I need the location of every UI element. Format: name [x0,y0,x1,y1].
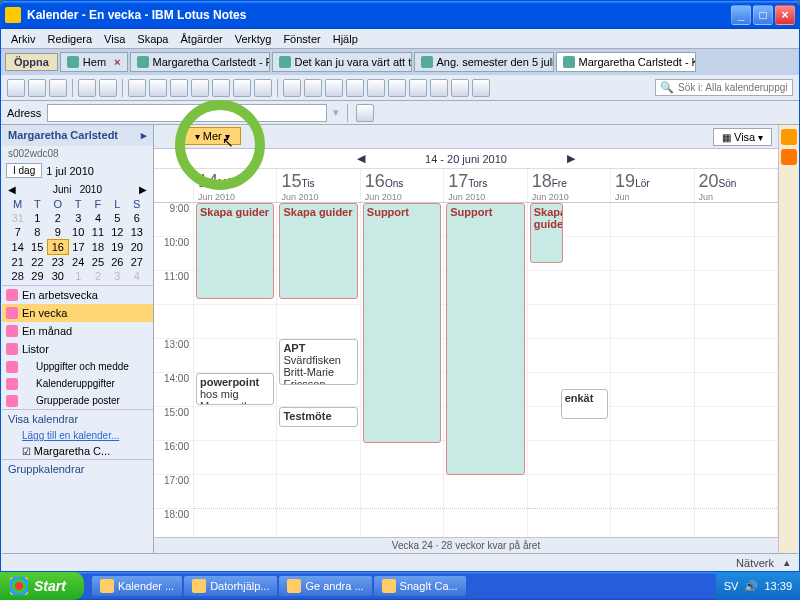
day-header[interactable]: 20SönJun [695,169,778,202]
sidebar-icon[interactable] [781,129,797,145]
day-fri[interactable]: Skapa guider enkät [528,203,611,543]
sidebar-item-calentry[interactable]: Kalenderuppgifter [2,375,153,392]
system-tray[interactable]: SV 🔊 13:39 [716,572,800,600]
add-calendar-link[interactable]: Lägg till en kalender... [2,428,153,443]
day-header[interactable]: 18FreJun 2010 [528,169,611,202]
close-button[interactable]: × [775,5,795,25]
event[interactable]: Support [363,203,441,443]
sidebar-item-workweek[interactable]: En arbetsvecka [2,286,153,304]
toolbar-button[interactable] [7,79,25,97]
prev-month-icon[interactable]: ◀ [8,184,16,195]
event[interactable]: enkät [561,389,608,419]
event[interactable]: Testmöte [279,407,357,427]
toolbar-button[interactable] [78,79,96,97]
day-sun[interactable] [695,203,778,543]
tray-icon[interactable]: 🔊 [744,580,758,593]
prev-week-icon[interactable]: ◀ [357,152,365,165]
day-wed[interactable]: Support [361,203,444,543]
maximize-button[interactable]: □ [753,5,773,25]
today-button[interactable]: I dag [6,163,42,178]
event[interactable]: Skapa guider [530,203,563,263]
rss-icon[interactable] [781,149,797,165]
mini-calendar-grid[interactable]: MTOTFLS 31123456 78910111213 14151617181… [8,197,147,283]
event[interactable]: APTSvärdfisken Britt-Marie Ericsson [279,339,357,385]
clock[interactable]: 13:39 [764,580,792,592]
search-box[interactable]: 🔍 [655,79,793,96]
toolbar-button[interactable] [430,79,448,97]
minimize-button[interactable]: _ [731,5,751,25]
tab-calendar[interactable]: Margaretha Carlstedt - Ka...× [556,52,696,72]
day-header[interactable]: 17TorsJun 2010 [444,169,527,202]
menu-arkiv[interactable]: Arkiv [5,31,41,47]
search-input[interactable] [678,82,788,93]
start-button[interactable]: Start [0,572,84,600]
taskbar-item[interactable]: Ge andra ... [279,576,371,596]
toolbar-button[interactable] [49,79,67,97]
visa-button[interactable]: ▦ Visa ▾ [713,128,772,146]
open-button[interactable]: Öppna [5,53,58,71]
day-header[interactable]: 16OnsJun 2010 [361,169,444,202]
next-week-icon[interactable]: ▶ [567,152,575,165]
day-mon[interactable]: Skapa guider powerpointhos mig Margareth [194,203,277,543]
day-header[interactable]: 19LörJun [611,169,694,202]
event[interactable]: Skapa guider [279,203,357,299]
mer-button[interactable]: ▾ Mer ▾ [184,127,241,145]
toolbar-button[interactable] [451,79,469,97]
toolbar-button[interactable] [304,79,322,97]
event[interactable]: Support [446,203,524,475]
taskbar-item[interactable]: Kalender ... [92,576,182,596]
taskbar-item[interactable]: Datorhjälp... [184,576,277,596]
event[interactable]: powerpointhos mig Margareth [196,373,274,405]
toolbar-button[interactable] [367,79,385,97]
toolbar-button[interactable] [472,79,490,97]
close-icon[interactable]: × [114,56,120,68]
day-tue[interactable]: Skapa guider APTSvärdfisken Britt-Marie … [277,203,360,543]
tab-hem[interactable]: Hem× [60,52,128,72]
toolbar-button[interactable] [170,79,188,97]
day-sat[interactable] [611,203,694,543]
toolbar-button[interactable] [283,79,301,97]
day-header[interactable]: 14MånJun 2010 [194,169,277,202]
sidebar-item-week[interactable]: En vecka [2,304,153,322]
collapse-icon[interactable]: ▸ [141,129,147,142]
event[interactable]: Skapa guider [196,203,274,299]
sidebar-item-grouped[interactable]: Grupperade poster [2,392,153,409]
day-header[interactable]: 15TisJun 2010 [277,169,360,202]
sidebar-item-month[interactable]: En månad [2,322,153,340]
menu-fonster[interactable]: Fönster [277,31,326,47]
show-calendars-header[interactable]: Visa kalendrar [2,410,153,428]
menu-atgarder[interactable]: Åtgärder [175,31,229,47]
toolbar-button[interactable] [325,79,343,97]
group-calendars-header[interactable]: Gruppkalendrar [2,460,153,478]
toolbar-button[interactable] [346,79,364,97]
toolbar-button[interactable] [254,79,272,97]
toolbar-button[interactable] [128,79,146,97]
menu-verktyg[interactable]: Verktyg [229,31,278,47]
go-button[interactable] [356,104,374,122]
tab-post[interactable]: Margaretha Carlstedt - Post× [130,52,270,72]
tab-msg1[interactable]: Det kan ju vara värt att t...× [272,52,412,72]
toolbar-button[interactable] [149,79,167,97]
toolbar-button[interactable] [409,79,427,97]
lang-indicator[interactable]: SV [724,580,739,592]
toolbar-button[interactable] [233,79,251,97]
sidebar-item-tasks[interactable]: Uppgifter och medde [2,358,153,375]
address-input[interactable] [47,104,327,122]
day-thu[interactable]: Support [444,203,527,543]
menu-visa[interactable]: Visa [98,31,131,47]
toolbar-button[interactable] [99,79,117,97]
tab-msg2[interactable]: Ang. semester den 5 juli t...× [414,52,554,72]
taskbar-item[interactable]: SnagIt Ca... [374,576,466,596]
sidebar-item-lists[interactable]: Listor [2,340,153,358]
menu-hjalp[interactable]: Hjälp [327,31,364,47]
menu-redigera[interactable]: Redigera [41,31,98,47]
menu-skapa[interactable]: Skapa [131,31,174,47]
toolbar-button[interactable] [28,79,46,97]
toolbar-button[interactable] [191,79,209,97]
calendar-footer: Vecka 24 · 28 veckor kvar på året [154,537,778,553]
next-month-icon[interactable]: ▶ [139,184,147,195]
right-sidebar [778,125,798,553]
my-calendar-check[interactable]: ☑ Margaretha C... [2,443,153,459]
toolbar-button[interactable] [212,79,230,97]
toolbar-button[interactable] [388,79,406,97]
